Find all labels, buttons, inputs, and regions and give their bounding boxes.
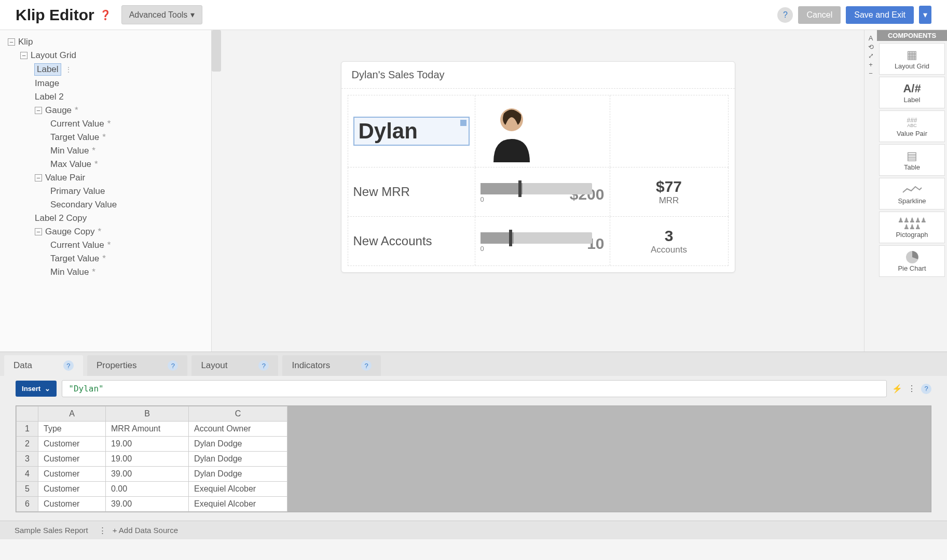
tree-item-value-pair[interactable]: −Value Pair [8,171,203,185]
tab-indicators[interactable]: Indicators? [282,355,381,376]
tree-item-target-value-copy[interactable]: Target Value* [8,252,203,265]
table-row[interactable]: 3Customer19.00Dylan Dodge [17,452,287,467]
selection-handle-icon[interactable] [460,120,466,126]
cell-image[interactable] [475,95,610,167]
drag-handle-icon[interactable]: ⋮ [65,65,72,74]
cell[interactable]: 19.00 [106,437,189,452]
klip-title[interactable]: Dylan's Sales Today [341,62,735,89]
collapse-icon[interactable]: − [35,107,42,114]
tab-properties[interactable]: Properties? [87,355,187,376]
cell[interactable]: Account Owner [189,422,287,437]
col-header[interactable]: A [38,407,106,422]
fit-icon[interactable]: ⤢ [868,52,874,60]
help-icon[interactable]: ❓ [100,9,111,21]
tab-data[interactable]: Data? [4,355,83,376]
tree-item-label[interactable]: Label⋮ [8,62,203,77]
cell[interactable]: Customer [38,482,106,497]
insert-button[interactable]: Insert⌄ [16,381,57,397]
table-row[interactable]: 2Customer19.00Dylan Dodge [17,437,287,452]
help-icon[interactable]: ? [258,360,269,371]
cell-empty[interactable] [610,95,728,167]
collapse-icon[interactable]: − [35,174,42,181]
tree-item-layout-grid[interactable]: −Layout Grid [8,49,203,62]
tree-item-min-value-copy[interactable]: Min Value* [8,265,203,279]
help-icon[interactable]: ? [361,360,372,371]
col-header[interactable]: C [189,407,287,422]
zoom-in-icon[interactable]: + [869,61,873,68]
collapse-icon[interactable]: − [35,228,42,235]
tree-item-max-value[interactable]: Max Value* [8,158,203,171]
tree-item-target-value[interactable]: Target Value* [8,131,203,144]
cell-mrr-gauge[interactable]: 0$200 [475,167,610,216]
tree-item-label2[interactable]: Label 2 [8,90,203,104]
tree-item-gauge-copy[interactable]: −Gauge Copy* [8,225,203,239]
text-size-icon[interactable]: A [869,34,873,42]
tree-item-current-value-copy[interactable]: Current Value* [8,239,203,252]
cell-accounts-label[interactable]: New Accounts [348,217,475,265]
cell[interactable]: Exequiel Alcober [189,497,287,512]
cell[interactable]: 0.00 [106,482,189,497]
cell[interactable]: Customer [38,497,106,512]
table-row[interactable]: 6Customer39.00Exequiel Alcober [17,497,287,512]
table-row[interactable]: 1TypeMRR AmountAccount Owner [17,422,287,437]
add-data-source-button[interactable]: + Add Data Source [113,526,178,535]
label-dylan[interactable]: Dylan [353,117,470,146]
col-header[interactable]: B [106,407,189,422]
data-grid[interactable]: A B C 1TypeMRR AmountAccount Owner2Custo… [16,405,931,512]
collapse-icon[interactable]: − [20,52,28,59]
advanced-tools-dropdown[interactable]: Advanced Tools ▾ [121,5,203,24]
formula-input[interactable] [62,380,887,397]
lightning-icon[interactable]: ⚡ [892,384,902,394]
tree-item-label2-copy[interactable]: Label 2 Copy [8,212,203,225]
cell[interactable]: Customer [38,452,106,467]
tree-item-min-value[interactable]: Min Value* [8,144,203,158]
cell[interactable]: Customer [38,467,106,482]
cell[interactable]: Type [38,422,106,437]
cell-mrr-label[interactable]: New MRR [348,167,475,216]
tree-item-gauge[interactable]: −Gauge* [8,104,203,117]
component-label[interactable]: A/#Label [879,77,945,108]
cell[interactable]: 39.00 [106,497,189,512]
cell[interactable]: Exequiel Alcober [189,482,287,497]
cell-name[interactable]: Dylan [348,95,475,167]
datasource-tab[interactable]: Sample Sales Report [10,524,92,536]
zoom-out-icon[interactable]: − [869,69,873,77]
component-pictograph[interactable]: ♟♟♟♟♟♟♟♟Pictograph [879,212,945,243]
cell[interactable]: Dylan Dodge [189,452,287,467]
component-sparkline[interactable]: Sparkline [879,178,945,209]
save-and-exit-button[interactable]: Save and Exit [846,6,914,24]
component-value-pair[interactable]: ###ABCValue Pair [879,110,945,142]
header-help-icon[interactable]: ? [777,7,793,23]
tree-item-primary-value[interactable]: Primary Value [8,185,203,198]
tree-item-secondary-value[interactable]: Secondary Value [8,198,203,212]
table-row[interactable]: 5Customer0.00Exequiel Alcober [17,482,287,497]
help-icon[interactable]: ? [63,360,74,371]
tab-layout[interactable]: Layout? [191,355,278,376]
cell[interactable]: Dylan Dodge [189,437,287,452]
help-icon[interactable]: ? [921,384,931,394]
component-pie-chart[interactable]: Pie Chart [879,245,945,277]
tree-item-klip[interactable]: −Klip [8,35,203,49]
cell[interactable]: MRR Amount [106,422,189,437]
save-dropdown-button[interactable]: ▾ [919,6,931,24]
cell-mrr-value[interactable]: $77 MRR [610,167,728,216]
table-row[interactable]: 4Customer39.00Dylan Dodge [17,467,287,482]
tree-item-current-value[interactable]: Current Value* [8,117,203,131]
refresh-icon[interactable]: ⟲ [868,43,874,51]
more-icon[interactable]: ⋮ [908,384,916,394]
cell[interactable]: 19.00 [106,452,189,467]
cell-accounts-gauge[interactable]: 010 [475,217,610,265]
tree-item-image[interactable]: Image [8,77,203,90]
splitter-handle[interactable] [212,30,221,72]
component-layout-grid[interactable]: ▦Layout Grid [879,43,945,75]
cell[interactable]: Dylan Dodge [189,467,287,482]
more-icon[interactable]: ⋮ [99,526,106,535]
cell[interactable]: Customer [38,437,106,452]
canvas[interactable]: Dylan's Sales Today Dylan New MRR [212,30,864,352]
help-icon[interactable]: ? [168,360,178,371]
component-table[interactable]: ▤Table [879,144,945,176]
cell[interactable]: 39.00 [106,467,189,482]
cell-accounts-value[interactable]: 3 Accounts [610,217,728,265]
cancel-button[interactable]: Cancel [798,6,841,24]
collapse-icon[interactable]: − [8,38,15,46]
